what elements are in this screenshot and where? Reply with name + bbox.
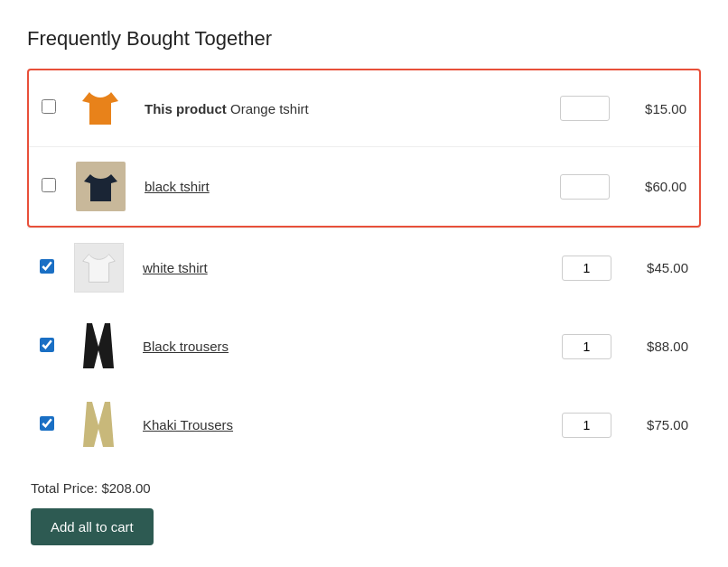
qty-cell-khaki-trousers [562, 413, 616, 438]
image-cell-black-trousers [67, 321, 130, 371]
highlighted-section: This product Orange tshirt $15.00 black [27, 69, 701, 228]
qty-input-black-trousers[interactable] [562, 334, 611, 359]
page-title: Frequently Bought Together [27, 27, 701, 51]
table-row: Black trousers $88.00 [27, 307, 701, 386]
checkbox-cell-orange-tshirt [42, 99, 69, 117]
qty-cell-black-trousers [562, 334, 616, 359]
non-highlighted-section: white tshirt $45.00 Black trousers [27, 228, 701, 464]
checkbox-cell-black-tshirt [42, 178, 69, 196]
checkbox-orange-tshirt[interactable] [42, 99, 56, 114]
product-image-black-tshirt [76, 162, 126, 211]
product-name-white-tshirt: white tshirt [143, 260, 562, 275]
product-image-black-trousers [81, 321, 116, 371]
checkbox-white-tshirt[interactable] [40, 259, 54, 274]
price-white-tshirt: $45.00 [625, 260, 688, 275]
image-cell-white-tshirt [67, 243, 130, 293]
qty-input-black-tshirt[interactable] [560, 174, 610, 200]
product-name-black-trousers: Black trousers [143, 339, 562, 354]
product-image-khaki-trousers [81, 400, 116, 450]
checkbox-black-tshirt[interactable] [42, 178, 56, 192]
checkbox-black-trousers[interactable] [40, 338, 54, 352]
qty-input-khaki-trousers[interactable] [562, 413, 611, 438]
qty-input-orange-tshirt[interactable] [560, 96, 610, 121]
price-black-trousers: $88.00 [625, 339, 688, 354]
product-image-orange-tshirt [77, 85, 124, 132]
image-cell-khaki-trousers [67, 400, 130, 450]
total-price-row: Total Price: $208.00 [27, 480, 701, 496]
checkbox-cell-white-tshirt [40, 259, 67, 277]
this-product-label: This product [145, 101, 227, 116]
product-link-khaki-trousers[interactable]: Khaki Trousers [143, 417, 233, 432]
qty-cell-black-tshirt [560, 174, 614, 200]
checkbox-khaki-trousers[interactable] [40, 416, 54, 431]
qty-cell-white-tshirt [562, 256, 616, 281]
total-amount: $208.00 [101, 480, 150, 496]
product-name-black-tshirt: black tshirt [145, 179, 560, 194]
product-link-white-tshirt[interactable]: white tshirt [143, 260, 208, 275]
product-name-khaki-trousers: Khaki Trousers [143, 417, 562, 432]
qty-cell-orange-tshirt [560, 96, 614, 121]
checkbox-cell-khaki-trousers [40, 416, 67, 434]
table-row: white tshirt $45.00 [27, 228, 701, 307]
qty-input-white-tshirt[interactable] [562, 256, 611, 281]
product-list: This product Orange tshirt $15.00 black [27, 69, 701, 464]
product-name-orange: Orange tshirt [230, 101, 309, 116]
table-row: black tshirt $60.00 [29, 147, 699, 226]
checkbox-cell-black-trousers [40, 338, 67, 356]
price-black-tshirt: $60.00 [623, 179, 686, 194]
price-orange-tshirt: $15.00 [623, 101, 686, 116]
product-name-orange-tshirt: This product Orange tshirt [145, 101, 560, 116]
price-khaki-trousers: $75.00 [625, 417, 688, 432]
image-cell-orange-tshirt [69, 85, 132, 132]
table-row: Khaki Trousers $75.00 [27, 386, 701, 464]
product-link-black-tshirt[interactable]: black tshirt [145, 179, 210, 194]
product-link-black-trousers[interactable]: Black trousers [143, 339, 229, 354]
total-label: Total Price: [31, 480, 98, 496]
image-cell-black-tshirt [69, 162, 132, 211]
table-row: This product Orange tshirt $15.00 [29, 70, 699, 147]
add-to-cart-button[interactable]: Add all to cart [31, 508, 154, 545]
product-image-white-tshirt [74, 243, 124, 293]
